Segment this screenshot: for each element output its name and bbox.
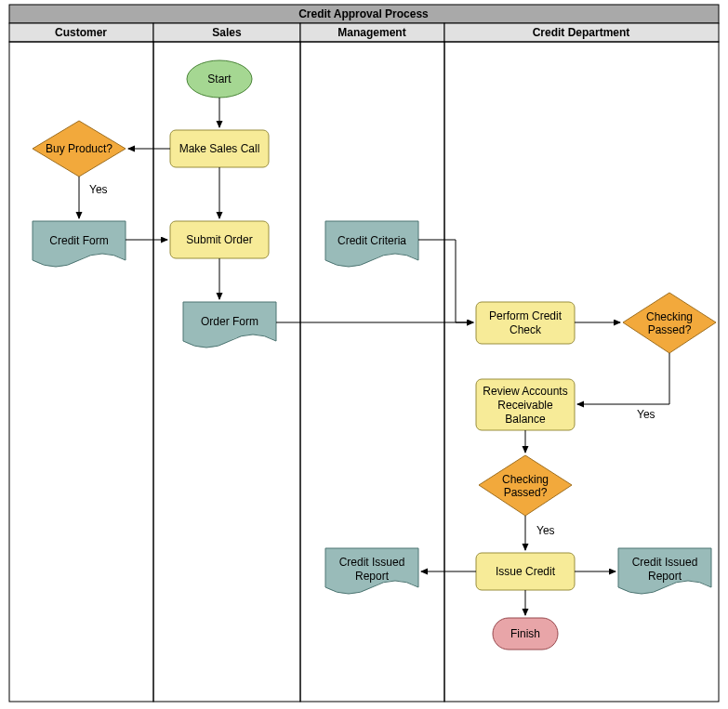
svg-rect-4 bbox=[444, 42, 719, 702]
start-label: Start bbox=[207, 72, 232, 85]
node-label: Perform Credit bbox=[489, 309, 563, 322]
node-label: Passed? bbox=[648, 323, 692, 336]
lane-label: Management bbox=[338, 26, 405, 39]
node-label: Receivable bbox=[497, 399, 553, 412]
edge bbox=[418, 240, 473, 322]
node-label: Credit Criteria bbox=[338, 234, 406, 247]
node-label: Passed? bbox=[504, 486, 548, 499]
node-label: Finish bbox=[510, 627, 540, 640]
node-label: Checking bbox=[502, 473, 549, 486]
node-label: Report bbox=[355, 570, 390, 583]
node-label: Check bbox=[510, 323, 542, 336]
node-label: Make Sales Call bbox=[179, 142, 260, 155]
node-label: Balance bbox=[505, 413, 546, 426]
node-label: Order Form bbox=[201, 315, 258, 328]
lane-label: Sales bbox=[212, 26, 242, 39]
flowchart-canvas: Credit Approval Process Customer Sales M… bbox=[0, 0, 728, 709]
diagram-title: Credit Approval Process bbox=[298, 7, 429, 20]
edge-label-yes: Yes bbox=[637, 408, 655, 421]
edge-label-yes: Yes bbox=[89, 183, 108, 196]
node-label: Credit Form bbox=[49, 234, 108, 247]
edge bbox=[577, 353, 669, 404]
node-label: Credit Issued bbox=[632, 556, 698, 569]
node-label: Checking bbox=[646, 310, 693, 323]
node-label: Buy Product? bbox=[46, 142, 113, 155]
edge-label-yes: Yes bbox=[536, 524, 555, 537]
node-label: Report bbox=[648, 570, 682, 583]
lane-label: Credit Department bbox=[533, 26, 630, 39]
node-label: Review Accounts bbox=[483, 385, 567, 398]
node-label: Issue Credit bbox=[496, 565, 556, 578]
node-label: Submit Order bbox=[186, 233, 252, 246]
svg-rect-3 bbox=[300, 42, 444, 702]
lane-label: Customer bbox=[55, 26, 107, 39]
node-label: Credit Issued bbox=[339, 556, 405, 569]
